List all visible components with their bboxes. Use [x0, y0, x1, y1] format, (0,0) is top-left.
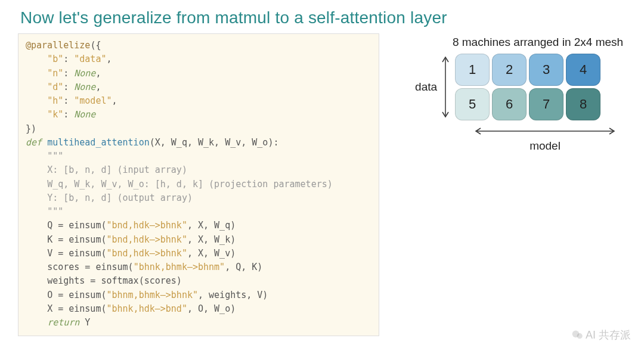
watermark: AI 共存派 [571, 328, 631, 342]
map-h: "model" [74, 95, 112, 106]
map-d: None [74, 82, 95, 92]
mesh-cell: 7 [529, 88, 564, 120]
model-axis-label: model [530, 139, 561, 153]
docstring-close: """ [47, 206, 63, 217]
watermark-text: AI 共存派 [586, 328, 631, 342]
code-line: scores = einsum("bhnk,bhmk—>bhnm", Q, K) [47, 262, 262, 272]
code-line: K = einsum("bnd,hdk—>bhnk", X, W_k) [47, 234, 236, 245]
code-block: @parallelize({ "b": "data", "n": None, "… [18, 33, 379, 336]
map-b: "data" [74, 54, 106, 64]
mesh-cell: 8 [566, 88, 600, 120]
map-n: None [74, 68, 95, 79]
function-params: (X, W_q, W_k, W_v, W_o): [150, 137, 279, 148]
function-name: multihead_attention [47, 137, 150, 148]
code-line: Q = einsum("bnd,hdk—>bhnk", X, W_q) [47, 220, 236, 231]
mesh-cell: 3 [529, 54, 564, 86]
def-keyword: def [26, 137, 42, 148]
mesh-cell: 5 [455, 88, 490, 120]
mesh-cell: 2 [492, 54, 527, 86]
docstring-line: Y: [b, n, d] (output array) [47, 193, 193, 203]
mesh-cell: 6 [492, 88, 527, 120]
wechat-icon [571, 329, 583, 341]
slide-title: Now let's generalize from matmul to a se… [20, 8, 626, 27]
mesh-cell: 4 [566, 54, 600, 86]
code-line: weights = softmax(scores) [47, 275, 182, 286]
mesh-diagram: 8 machines arranged in 2x4 mesh data 123… [415, 36, 626, 153]
docstring-line: W_q, W_k, W_v, W_o: [h, d, k] (projectio… [47, 179, 333, 190]
svg-point-3 [577, 333, 583, 339]
code-line: O = einsum("bhnm,bhmk—>bhnk", weights, V… [47, 290, 268, 300]
vertical-arrow-icon [441, 54, 450, 120]
mesh-title: 8 machines arranged in 2x4 mesh [450, 36, 626, 49]
return-value: Y [85, 317, 90, 328]
docstring-open: """ [47, 151, 63, 162]
return-keyword: return [47, 317, 79, 328]
code-line: V = einsum("bnd,hdk—>bhnk", X, W_v) [47, 248, 236, 259]
code-line: X = einsum("bhnk,hdk—>bnd", O, W_o) [47, 303, 236, 314]
horizontal-arrow-icon [472, 126, 618, 138]
map-k: None [74, 109, 95, 120]
data-axis-label: data [415, 80, 437, 94]
decorator-name: @parallelize [26, 40, 90, 51]
mesh-cell: 1 [455, 54, 490, 86]
docstring-line: X: [b, n, d] (input array) [47, 165, 187, 175]
